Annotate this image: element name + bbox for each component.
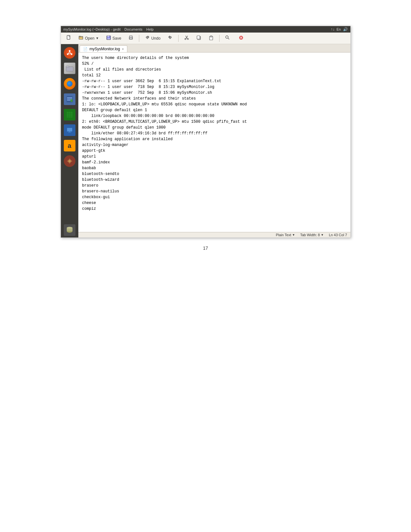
svg-rect-0: [67, 35, 70, 39]
tab-label: mySysMonitor.log: [90, 47, 120, 51]
status-bar: Plain Text ▼ Tab Width: 8 ▼ Ln 43 Col 7: [78, 232, 350, 237]
sidebar-item-ubuntu[interactable]: [62, 45, 77, 60]
amazon-icon: a: [64, 140, 75, 151]
cut-button[interactable]: [181, 34, 192, 43]
toolbar-separator-1: [139, 35, 139, 42]
sidebar-item-app3[interactable]: [62, 123, 77, 138]
menu-documents[interactable]: Documents: [124, 27, 142, 31]
paste-icon: [209, 35, 214, 41]
sidebar-item-app4[interactable]: [62, 223, 77, 237]
svg-rect-26: [67, 100, 71, 101]
svg-point-15: [226, 36, 228, 38]
network-icon: ↑↓: [331, 27, 335, 32]
sidebar: a: [61, 44, 78, 237]
cut-icon: [184, 35, 189, 41]
svg-rect-2: [79, 36, 81, 37]
page-wrapper: mySysMonitor.log (~Desktop) - gedit Docu…: [0, 0, 411, 532]
undo-label: Undo: [151, 36, 161, 41]
open-icon: [79, 35, 84, 41]
save-icon: [106, 35, 111, 41]
search-icon: [225, 35, 230, 41]
svg-rect-4: [107, 36, 109, 37]
open-label: Open: [85, 36, 94, 41]
tab-bar: 📄 mySysMonitor.log ×: [78, 44, 350, 53]
toolbar-separator-2: [178, 35, 179, 42]
svg-rect-25: [67, 99, 72, 99]
svg-point-18: [69, 50, 70, 52]
app1-icon: [64, 93, 75, 105]
tab-close-button[interactable]: ×: [122, 47, 124, 51]
open-arrow: ▼: [96, 36, 99, 40]
sidebar-item-amazon[interactable]: a: [62, 138, 77, 153]
text-editor-content[interactable]: The users home directory details of the …: [78, 53, 350, 232]
menu-help[interactable]: Help: [146, 27, 154, 31]
position-label: Ln 43 Col 7: [329, 233, 347, 237]
svg-rect-27: [71, 99, 73, 102]
close-toolbar-button[interactable]: [236, 34, 247, 43]
redo-icon: [168, 35, 173, 41]
firefox-icon: [64, 78, 75, 90]
new-button[interactable]: [64, 34, 74, 43]
print-button[interactable]: [125, 34, 136, 43]
print-icon: [128, 35, 133, 41]
main-layout: a: [61, 44, 350, 237]
close-icon: [239, 35, 244, 41]
window-title: mySysMonitor.log (~Desktop) - gedit: [64, 27, 121, 31]
undo-button[interactable]: Undo: [142, 34, 163, 43]
sidebar-item-app1[interactable]: [62, 92, 77, 107]
save-label: Save: [113, 36, 121, 41]
svg-rect-14: [210, 36, 212, 37]
tab-width-selector[interactable]: Tab Width: 8 ▼: [300, 233, 324, 237]
file-tab[interactable]: 📄 mySysMonitor.log ×: [80, 45, 128, 52]
sidebar-item-settings[interactable]: [62, 154, 77, 169]
volume-icon: 🔊: [343, 27, 348, 32]
svg-rect-22: [66, 66, 69, 67]
sidebar-item-app2[interactable]: [62, 107, 77, 122]
sidebar-item-firefox[interactable]: [62, 76, 77, 91]
settings-icon: [64, 155, 75, 167]
open-button[interactable]: Open ▼: [76, 34, 102, 43]
tab-width-label: Tab Width: 8: [300, 233, 320, 237]
title-bar-left: mySysMonitor.log (~Desktop) - gedit Docu…: [64, 27, 154, 31]
toolbar-separator-3: [219, 35, 220, 42]
language-label: Plain Text: [276, 233, 291, 237]
sidebar-item-file-manager[interactable]: [62, 61, 77, 76]
svg-rect-24: [67, 97, 72, 98]
copy-button[interactable]: [193, 34, 204, 43]
app2-icon: [64, 109, 75, 121]
redo-button[interactable]: [165, 34, 176, 43]
file-manager-icon: [64, 63, 75, 74]
save-button[interactable]: Save: [103, 34, 124, 43]
title-bar-right: ↑↓ En 🔊: [331, 27, 347, 32]
screenshot-container: mySysMonitor.log (~Desktop) - gedit Docu…: [61, 26, 351, 238]
new-icon: [66, 35, 72, 41]
language-dropdown-arrow: ▼: [292, 233, 295, 237]
tab-width-arrow: ▼: [321, 233, 324, 237]
tab-file-icon: 📄: [83, 47, 88, 51]
svg-rect-38: [68, 132, 71, 133]
svg-rect-12: [197, 36, 200, 39]
copy-icon: [196, 35, 201, 41]
svg-rect-5: [107, 38, 110, 39]
undo-icon: [145, 35, 150, 41]
ubuntu-icon: [64, 47, 75, 59]
page-number: 17: [203, 246, 208, 251]
cursor-position: Ln 43 Col 7: [329, 233, 347, 237]
paste-button[interactable]: [206, 34, 217, 43]
app4-icon: [64, 224, 75, 236]
editor-area: 📄 mySysMonitor.log × The users home dire…: [78, 44, 350, 237]
language-indicator: En: [337, 27, 341, 31]
language-selector[interactable]: Plain Text ▼: [276, 233, 295, 237]
app3-icon: [64, 124, 75, 136]
svg-rect-36: [67, 128, 72, 131]
toolbar: Open ▼ Save: [61, 33, 350, 44]
svg-rect-8: [130, 38, 132, 39]
title-bar: mySysMonitor.log (~Desktop) - gedit Docu…: [61, 26, 350, 33]
svg-rect-7: [130, 36, 132, 37]
search-button[interactable]: [222, 34, 233, 43]
svg-point-42: [67, 227, 73, 229]
